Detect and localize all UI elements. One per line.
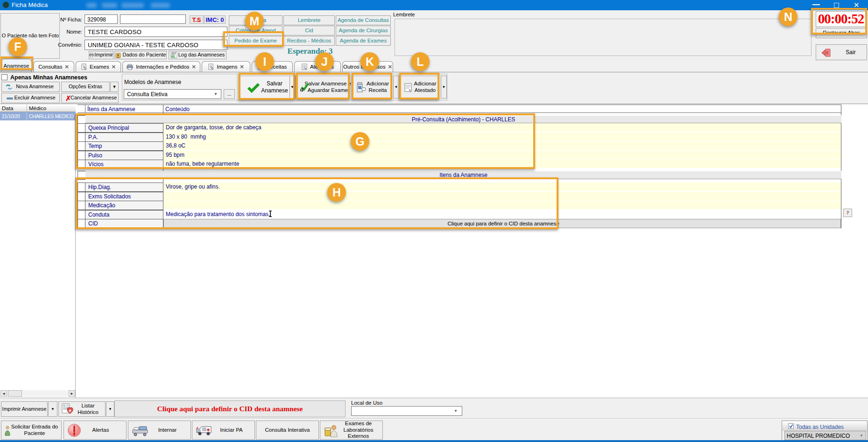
svg-text:LOG: LOG <box>171 56 176 58</box>
svg-text:ACT: ACT <box>171 53 176 55</box>
